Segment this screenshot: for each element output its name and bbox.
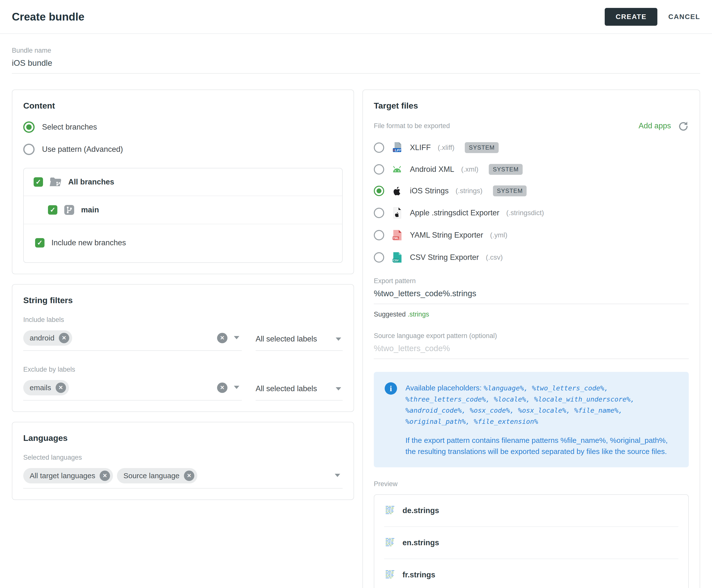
top-actions: CREATE CANCEL [605, 8, 700, 26]
radio-select-branches[interactable]: Select branches [23, 121, 343, 133]
content-card: Content Select branches Use pattern (Adv… [12, 89, 354, 274]
branch-label: All branches [68, 177, 114, 186]
language-chip[interactable]: Source language [117, 468, 197, 483]
chip-label: Source language [123, 471, 179, 480]
export-pattern-label: Export pattern [374, 277, 689, 285]
mode-select-value: All selected labels [256, 335, 317, 343]
export-pattern-block: Export pattern [374, 277, 689, 304]
label-chip[interactable]: emails [23, 380, 69, 395]
radio-unselected-icon[interactable] [374, 252, 384, 262]
clear-all-icon[interactable] [217, 382, 228, 393]
checkbox-checked-icon[interactable] [34, 177, 43, 187]
info-text: Available placeholders: %language%, %two… [406, 382, 678, 457]
caret-down-icon[interactable] [234, 386, 239, 389]
preview-file-row: de.strings [384, 495, 678, 527]
right-column: Target files File format to be exported … [362, 89, 700, 588]
radio-unselected-icon[interactable] [374, 164, 384, 174]
format-ext: (.yml) [490, 231, 507, 239]
content-title: Content [23, 101, 343, 110]
exclude-labels-row: emails All selected labels [23, 378, 343, 401]
chip-label: emails [30, 383, 51, 392]
branch-row-main[interactable]: main [24, 196, 342, 224]
label-chip[interactable]: android [23, 330, 72, 346]
preview-file-name: en.strings [403, 538, 439, 547]
remove-chip-icon[interactable] [56, 382, 66, 393]
remove-chip-icon[interactable] [100, 470, 110, 481]
radio-unselected-icon[interactable] [23, 144, 35, 155]
caret-down-icon [336, 387, 341, 391]
caret-down-icon[interactable] [234, 336, 239, 339]
exclude-mode-select[interactable]: All selected labels [256, 384, 343, 401]
languages-card: Languages Selected languages All target … [12, 422, 354, 500]
selected-languages-label: Selected languages [23, 454, 343, 461]
format-ext: (.xml) [461, 165, 478, 173]
radio-label: Use pattern (Advanced) [42, 145, 123, 154]
radio-label: Select branches [42, 123, 97, 131]
radio-unselected-icon[interactable] [374, 230, 384, 240]
bundle-name-input[interactable] [12, 55, 700, 74]
target-files-card: Target files File format to be exported … [362, 89, 700, 588]
suggested-row: Suggested .strings [374, 311, 689, 318]
format-option-ios-strings[interactable]: iOS Strings (.strings) SYSTEM [374, 185, 689, 196]
language-chip[interactable]: All target languages [23, 468, 113, 483]
bundle-name-field: Bundle name [12, 47, 700, 74]
suggested-extension-link[interactable]: .strings [408, 311, 429, 318]
format-name: Apple .stringsdict Exporter [410, 208, 499, 217]
languages-input[interactable]: All target languages Source language [23, 466, 343, 489]
caret-down-icon[interactable] [335, 474, 340, 477]
format-ext: (.strings) [456, 187, 482, 195]
preview-file-row: en.strings [384, 527, 678, 559]
add-apps-wrap: Add apps [639, 121, 689, 131]
format-name: YAML String Exporter [410, 231, 483, 239]
export-pattern-input[interactable] [374, 285, 689, 304]
format-ext: (.xliff) [437, 144, 454, 152]
left-column: Content Select branches Use pattern (Adv… [12, 89, 354, 500]
clear-all-icon[interactable] [217, 333, 228, 343]
radio-unselected-icon[interactable] [374, 208, 384, 218]
radio-selected-icon[interactable] [23, 121, 35, 133]
create-button[interactable]: CREATE [605, 8, 657, 26]
format-name: iOS Strings [410, 186, 449, 195]
radio-use-pattern[interactable]: Use pattern (Advanced) [23, 144, 343, 155]
strings-file-icon [385, 569, 395, 580]
checkbox-checked-icon[interactable] [48, 205, 57, 215]
radio-unselected-icon[interactable] [374, 142, 384, 153]
radio-selected-icon[interactable] [374, 186, 384, 196]
source-pattern-block: Source language export pattern (optional… [374, 332, 689, 359]
format-header: File format to be exported Add apps [374, 121, 689, 131]
strings-file-icon [385, 505, 395, 516]
cancel-button[interactable]: CANCEL [668, 13, 700, 21]
mode-select-value: All selected labels [256, 384, 317, 393]
android-icon [391, 164, 403, 174]
checkbox-checked-icon[interactable] [35, 238, 44, 248]
include-new-branches-row[interactable]: Include new branches [24, 224, 342, 262]
format-option-stringsdict[interactable]: Apple .stringsdict Exporter (.stringsdic… [374, 207, 689, 219]
system-badge: SYSTEM [465, 142, 499, 153]
refresh-icon[interactable] [678, 121, 689, 131]
preview-box: de.strings en.strings fr.strings it.stri… [374, 494, 689, 588]
chip-label: All target languages [30, 471, 95, 480]
branches-box: All branches main [23, 168, 343, 263]
xliff-file-icon: XLIFF [391, 142, 403, 153]
include-labels-label: Include labels [23, 316, 343, 324]
format-option-csv[interactable]: CSV CSV String Exporter (.csv) [374, 251, 689, 263]
placeholders-line: Available placeholders: %language%, %two… [406, 382, 678, 427]
format-option-xliff[interactable]: XLIFF XLIFF (.xliff) SYSTEM [374, 142, 689, 153]
placeholders-info-box: i Available placeholders: %language%, %t… [374, 372, 689, 467]
git-branch-icon [64, 205, 75, 215]
remove-chip-icon[interactable] [184, 470, 194, 481]
add-apps-link[interactable]: Add apps [639, 121, 671, 130]
include-mode-select[interactable]: All selected labels [256, 335, 343, 351]
preview-file-name: de.strings [403, 506, 439, 515]
format-option-android-xml[interactable]: Android XML (.xml) SYSTEM [374, 164, 689, 175]
remove-chip-icon[interactable] [59, 333, 69, 343]
format-option-yaml[interactable]: YML YAML String Exporter (.yml) [374, 229, 689, 241]
all-branches-row[interactable]: All branches [24, 168, 342, 196]
preview-label: Preview [374, 480, 689, 488]
exclude-labels-label: Exclude by labels [23, 366, 343, 373]
include-labels-input[interactable]: android [23, 328, 242, 351]
svg-text:XLIFF: XLIFF [393, 149, 401, 152]
exclude-labels-input[interactable]: emails [23, 378, 242, 401]
folder-branch-icon [49, 177, 62, 187]
source-pattern-input[interactable] [374, 340, 689, 359]
